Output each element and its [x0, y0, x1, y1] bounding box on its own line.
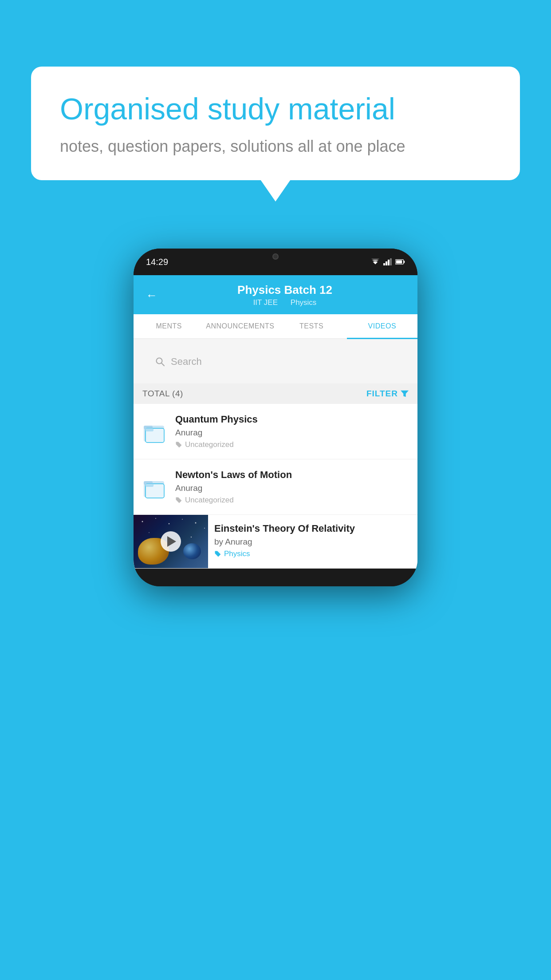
video-title: Newton's Laws of Motion — [175, 469, 409, 481]
svg-point-26 — [204, 528, 205, 529]
search-bar[interactable]: Search — [147, 351, 404, 373]
list-item[interactable]: Newton's Laws of Motion Anurag Uncategor… — [134, 459, 417, 515]
phone-bottom-bezel — [134, 569, 417, 586]
app-subtitle: IIT JEE Physics — [161, 298, 409, 307]
svg-rect-16 — [146, 428, 153, 431]
wifi-icon — [370, 258, 380, 265]
svg-rect-3 — [383, 263, 385, 265]
tag-icon — [175, 497, 182, 504]
tag-label: Physics — [224, 549, 250, 558]
filter-icon — [401, 390, 409, 398]
video-title: Einstein's Theory Of Relativity — [214, 523, 411, 534]
svg-rect-6 — [390, 258, 392, 265]
app-header: ← Physics Batch 12 IIT JEE Physics — [134, 275, 417, 314]
tab-tests[interactable]: TESTS — [276, 314, 346, 338]
video-author: Anurag — [175, 428, 409, 438]
speech-bubble-subtitle: notes, question papers, solutions all at… — [60, 137, 491, 156]
play-button[interactable] — [161, 531, 181, 552]
list-item[interactable]: Quantum Physics Anurag Uncategorized — [134, 404, 417, 459]
battery-icon — [395, 258, 405, 265]
signal-icon — [383, 258, 393, 265]
speech-bubble-heading: Organised study material — [60, 91, 491, 127]
tag-label: Uncategorized — [185, 496, 234, 505]
tag-icon — [214, 550, 221, 557]
video-list: Quantum Physics Anurag Uncategorized — [134, 404, 417, 569]
search-icon — [155, 356, 165, 367]
svg-point-22 — [155, 518, 156, 519]
list-item[interactable]: Einstein's Theory Of Relativity by Anura… — [134, 515, 417, 569]
svg-marker-2 — [371, 259, 379, 261]
phone: 14:29 — [134, 249, 417, 586]
filter-button[interactable]: FILTER — [366, 389, 409, 399]
svg-rect-4 — [386, 261, 387, 265]
app-title: Physics Batch 12 — [161, 283, 409, 297]
tab-ments[interactable]: MENTS — [134, 314, 204, 338]
filter-row: TOTAL (4) FILTER — [134, 383, 417, 404]
notch — [249, 249, 302, 265]
tag-icon — [175, 441, 182, 448]
svg-rect-5 — [388, 260, 390, 265]
play-triangle — [167, 536, 176, 547]
svg-rect-20 — [146, 484, 153, 487]
planet2-decoration — [183, 543, 201, 559]
search-placeholder: Search — [171, 356, 202, 368]
svg-point-23 — [169, 523, 169, 524]
video-author: Anurag — [175, 483, 409, 493]
status-bar: 14:29 — [134, 249, 417, 275]
svg-point-24 — [182, 519, 183, 520]
status-icons — [370, 258, 405, 265]
svg-rect-9 — [396, 261, 402, 264]
svg-marker-12 — [401, 391, 409, 397]
video-title: Quantum Physics — [175, 414, 409, 425]
svg-point-25 — [195, 522, 197, 524]
video-info: Quantum Physics Anurag Uncategorized — [175, 414, 409, 449]
video-author: by Anurag — [214, 537, 411, 547]
svg-point-21 — [142, 521, 143, 522]
total-count: TOTAL (4) — [142, 389, 183, 399]
tabs-bar: MENTS ANNOUNCEMENTS TESTS VIDEOS — [134, 314, 417, 339]
folder-icon — [143, 419, 166, 444]
svg-rect-8 — [404, 261, 405, 263]
folder-icon-wrapper — [142, 472, 167, 502]
status-time: 14:29 — [146, 257, 168, 267]
speech-bubble-container: Organised study material notes, question… — [31, 67, 520, 180]
svg-line-11 — [161, 363, 164, 366]
folder-icon — [143, 474, 166, 500]
video-tag: Uncategorized — [175, 440, 409, 449]
video-info: Newton's Laws of Motion Anurag Uncategor… — [175, 469, 409, 505]
subtitle-physics: Physics — [291, 298, 317, 307]
header-title-area: Physics Batch 12 IIT JEE Physics — [161, 283, 409, 307]
svg-point-27 — [149, 532, 150, 533]
folder-icon-wrapper — [142, 416, 167, 447]
video-info: Einstein's Theory Of Relativity by Anura… — [208, 515, 417, 566]
tag-label: Uncategorized — [185, 440, 234, 449]
back-button[interactable]: ← — [142, 287, 161, 304]
svg-point-28 — [191, 537, 192, 537]
tab-videos[interactable]: VIDEOS — [347, 314, 417, 338]
tab-announcements[interactable]: ANNOUNCEMENTS — [204, 314, 276, 338]
front-camera — [272, 253, 279, 260]
video-tag: Physics — [214, 549, 411, 558]
subtitle-iitjee: IIT JEE — [253, 298, 278, 307]
video-tag: Uncategorized — [175, 496, 409, 505]
phone-wrapper: 14:29 — [134, 249, 417, 586]
video-thumbnail — [134, 515, 208, 568]
speech-bubble: Organised study material notes, question… — [31, 67, 520, 180]
